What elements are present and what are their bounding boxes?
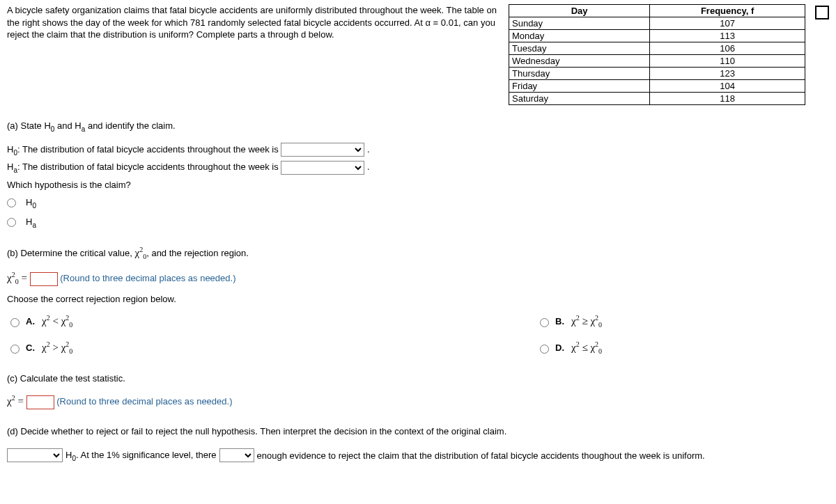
cell-freq: 104 (650, 80, 805, 93)
table-row: Friday104 (509, 80, 805, 93)
problem-statement: A bicycle safety organization claims tha… (7, 4, 502, 41)
radio-rr-c[interactable] (10, 345, 20, 354)
th-freq: Frequency, f (650, 5, 805, 17)
cell-day: Saturday (509, 93, 650, 105)
period: . (367, 144, 370, 155)
part-b-prompt: (b) Determine the critical value, χ20, a… (7, 244, 829, 263)
evidence-select[interactable] (219, 448, 254, 462)
cell-day: Tuesday (509, 42, 650, 55)
ha-label: Ha: The distribution of fatal bicycle ac… (7, 162, 281, 172)
radio-ha-label: Ha (26, 214, 36, 232)
ha-select[interactable] (281, 161, 364, 175)
table-row: Saturday118 (509, 93, 805, 105)
h0-label: H0: The distribution of fatal bicycle ac… (7, 144, 281, 155)
table-row: Tuesday106 (509, 42, 805, 55)
rr-d-expr: χ2 ≤ χ20 (571, 338, 602, 358)
h0-select[interactable] (281, 143, 364, 157)
part-a-prompt: (a) State H0 and Ha and identify the cla… (7, 118, 829, 136)
rr-b-label: B. (555, 313, 564, 329)
rr-a-label: A. (26, 313, 35, 329)
chi0-input[interactable] (30, 272, 58, 286)
radio-h0[interactable] (7, 198, 16, 207)
rr-b-expr: χ2 ≥ χ20 (571, 312, 602, 331)
chi0-label: χ20 = (7, 272, 30, 283)
cell-freq: 106 (650, 42, 805, 55)
cell-day: Thursday (509, 68, 650, 80)
cell-freq: 113 (650, 30, 805, 42)
table-row: Thursday123 (509, 68, 805, 80)
cell-day: Sunday (509, 17, 650, 30)
cell-day: Wednesday (509, 55, 650, 68)
d-seg2: enough evidence to reject the claim that… (257, 448, 705, 464)
d-seg1: H0. At the 1% significance level, there (65, 447, 217, 465)
rr-c-label: C. (26, 340, 35, 356)
rr-c-expr: χ2 > χ20 (42, 338, 72, 358)
which-claim-prompt: Which hypothesis is the claim? (7, 177, 829, 193)
th-day: Day (509, 5, 650, 17)
rr-a-expr: χ2 < χ20 (42, 312, 72, 331)
chi2-input[interactable] (26, 395, 54, 409)
radio-h0-label: H0 (26, 194, 36, 212)
cell-day: Monday (509, 30, 650, 42)
radio-ha[interactable] (7, 218, 16, 227)
fullscreen-icon[interactable] (815, 6, 829, 19)
period: . (367, 162, 370, 172)
part-d-prompt: (d) Decide whether to reject or fail to … (7, 423, 829, 439)
chi2-hint: (Round to three decimal places as needed… (56, 396, 232, 407)
cell-freq: 123 (650, 68, 805, 80)
radio-rr-d[interactable] (540, 345, 549, 354)
radio-rr-b[interactable] (540, 318, 549, 327)
part-c-prompt: (c) Calculate the test statistic. (7, 370, 829, 386)
table-row: Sunday107 (509, 17, 805, 30)
cell-freq: 110 (650, 55, 805, 68)
chi0-hint: (Round to three decimal places as needed… (60, 273, 235, 283)
table-row: Wednesday110 (509, 55, 805, 68)
table-row: Monday113 (509, 30, 805, 42)
chi2-label: χ2 = (7, 395, 26, 407)
cell-freq: 118 (650, 93, 805, 105)
radio-rr-a[interactable] (10, 318, 20, 327)
rr-d-label: D. (555, 340, 564, 356)
cell-day: Friday (509, 80, 650, 93)
cell-freq: 107 (650, 17, 805, 30)
decision-select[interactable] (7, 448, 63, 462)
frequency-table: Day Frequency, f Sunday107 Monday113 Tue… (509, 4, 805, 105)
choose-rr-prompt: Choose the correct rejection region belo… (7, 291, 829, 307)
